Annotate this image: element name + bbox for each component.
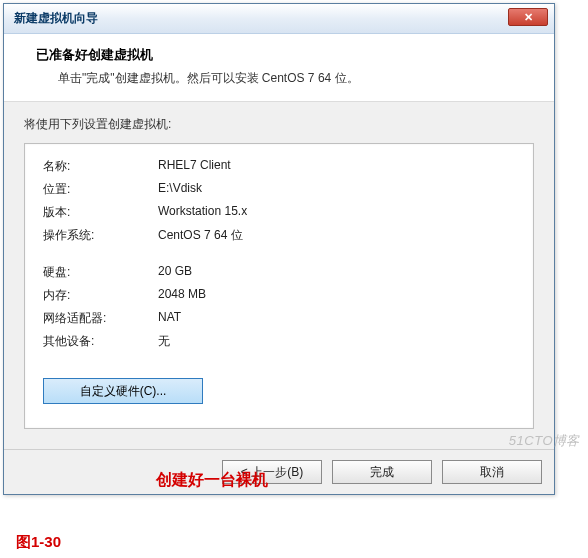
figure-label: 图1-30 bbox=[16, 533, 61, 552]
header-title: 已准备好创建虚拟机 bbox=[36, 46, 530, 64]
setting-label: 其他设备: bbox=[43, 333, 158, 350]
wizard-body: 将使用下列设置创建虚拟机: 名称:RHEL7 Client 位置:E:\Vdis… bbox=[4, 102, 554, 449]
wizard-dialog: 新建虚拟机向导 ✕ 已准备好创建虚拟机 单击"完成"创建虚拟机。然后可以安装 C… bbox=[3, 3, 555, 495]
window-title: 新建虚拟机向导 bbox=[14, 10, 98, 27]
setting-label: 网络适配器: bbox=[43, 310, 158, 327]
customize-hardware-button[interactable]: 自定义硬件(C)... bbox=[43, 378, 203, 404]
setting-value: RHEL7 Client bbox=[158, 158, 231, 175]
button-bar: < 上一步(B) 完成 取消 bbox=[4, 449, 554, 494]
setting-row: 硬盘:20 GB bbox=[43, 264, 515, 281]
setting-label: 位置: bbox=[43, 181, 158, 198]
setting-value: 无 bbox=[158, 333, 170, 350]
finish-button[interactable]: 完成 bbox=[332, 460, 432, 484]
setting-row: 位置:E:\Vdisk bbox=[43, 181, 515, 198]
close-icon: ✕ bbox=[524, 11, 533, 24]
settings-panel: 名称:RHEL7 Client 位置:E:\Vdisk 版本:Workstati… bbox=[24, 143, 534, 429]
setting-row: 版本:Workstation 15.x bbox=[43, 204, 515, 221]
setting-row: 操作系统:CentOS 7 64 位 bbox=[43, 227, 515, 244]
setting-label: 操作系统: bbox=[43, 227, 158, 244]
settings-intro: 将使用下列设置创建虚拟机: bbox=[24, 116, 534, 133]
watermark: 51CTO博客 bbox=[509, 432, 580, 450]
setting-label: 内存: bbox=[43, 287, 158, 304]
setting-label: 版本: bbox=[43, 204, 158, 221]
setting-label: 硬盘: bbox=[43, 264, 158, 281]
setting-value: NAT bbox=[158, 310, 181, 327]
setting-row: 内存:2048 MB bbox=[43, 287, 515, 304]
close-button[interactable]: ✕ bbox=[508, 8, 548, 26]
setting-value: Workstation 15.x bbox=[158, 204, 247, 221]
setting-row: 名称:RHEL7 Client bbox=[43, 158, 515, 175]
setting-row: 其他设备:无 bbox=[43, 333, 515, 350]
setting-value: E:\Vdisk bbox=[158, 181, 202, 198]
setting-label: 名称: bbox=[43, 158, 158, 175]
setting-value: 20 GB bbox=[158, 264, 192, 281]
header-subtitle: 单击"完成"创建虚拟机。然后可以安装 CentOS 7 64 位。 bbox=[58, 70, 530, 87]
setting-row: 网络适配器:NAT bbox=[43, 310, 515, 327]
cancel-button[interactable]: 取消 bbox=[442, 460, 542, 484]
setting-value: CentOS 7 64 位 bbox=[158, 227, 243, 244]
setting-value: 2048 MB bbox=[158, 287, 206, 304]
wizard-header: 已准备好创建虚拟机 单击"完成"创建虚拟机。然后可以安装 CentOS 7 64… bbox=[4, 34, 554, 102]
annotation-text: 创建好一台裸机 bbox=[156, 470, 268, 491]
title-bar: 新建虚拟机向导 ✕ bbox=[4, 4, 554, 34]
